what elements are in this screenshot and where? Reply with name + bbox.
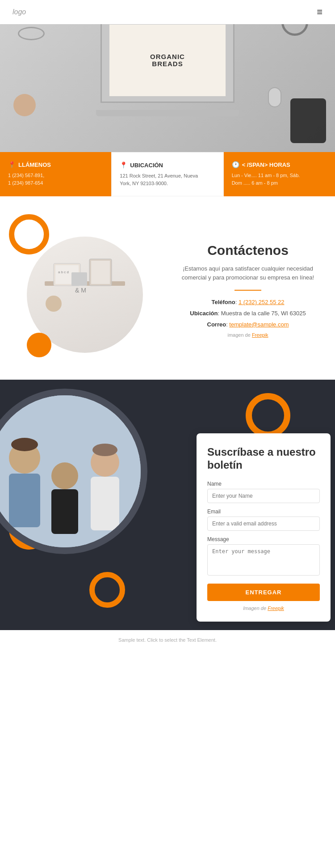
contact-description: ¡Estamos aquí para satisfacer cualquier …: [179, 264, 317, 282]
contact-section: a b c d & M Contáctenos ¡Estamos aquí pa…: [0, 196, 335, 380]
hamburger-menu-icon[interactable]: ≡: [317, 6, 322, 18]
orange-circle-small-decoration: [27, 333, 51, 357]
email-label: Email: [207, 508, 320, 515]
phone-icon: 📍: [8, 161, 16, 168]
info-card-location-title: 📍 UBICACIÓN: [120, 161, 215, 169]
laptop-base: [96, 110, 239, 116]
footer-text: Sample text. Click to select the Text El…: [7, 637, 328, 643]
message-label: Message: [207, 536, 320, 542]
orange-ring-bottom-decoration: [89, 572, 125, 608]
coffee-decoration: [13, 94, 36, 116]
navbar: logo ≡: [0, 0, 335, 24]
logo: logo: [13, 8, 26, 16]
screen-title-line2: BREADS: [152, 60, 183, 68]
contact-title: Contáctenos: [179, 243, 317, 258]
email-input[interactable]: [207, 517, 320, 531]
newsletter-card: Suscríbase a nuestro boletín Name Email …: [197, 433, 331, 622]
info-card-phone: 📍 LLÁMENOS 1 (234) 567-891, 1 (234) 987-…: [0, 152, 111, 196]
contact-phone-link[interactable]: 1 (232) 252 55 22: [239, 299, 285, 305]
contact-credit: imagen de Freepik: [179, 332, 317, 338]
info-cards-row: 📍 LLÁMENOS 1 (234) 567-891, 1 (234) 987-…: [0, 152, 335, 196]
info-card-hours-title: 🕐 < /SPAN> HORAS: [232, 161, 327, 168]
info-card-hours-text: Lun - Vie.... 11 am - 8 pm, Sáb. Dom ...…: [232, 172, 327, 186]
svg-point-18: [92, 444, 117, 456]
laptop-screen: ORGANIC BREADS: [109, 25, 226, 96]
contact-phone: Teléfono: 1 (232) 252 55 22: [179, 299, 317, 305]
submit-button[interactable]: ENTREGAR: [207, 584, 320, 601]
contact-left-column: a b c d & M: [18, 228, 161, 353]
contact-right-column: Contáctenos ¡Estamos aquí para satisface…: [179, 243, 317, 338]
svg-point-13: [51, 462, 78, 489]
info-card-location: 📍 UBICACIÓN 121 Rock Street, 21 Avenue, …: [111, 152, 223, 196]
svg-point-17: [11, 438, 38, 451]
orange-ring-decoration: [9, 214, 49, 254]
mouse-decoration: [268, 87, 281, 107]
svg-rect-5: [91, 261, 110, 284]
newsletter-title: Suscríbase a nuestro boletín: [207, 446, 320, 472]
svg-rect-14: [51, 489, 78, 534]
dark-section: Suscríbase a nuestro boletín Name Email …: [0, 380, 335, 630]
info-card-phone-title: 📍 LLÁMENOS: [8, 161, 103, 168]
svg-rect-6: [71, 272, 87, 286]
message-textarea[interactable]: [207, 544, 320, 576]
footer: Sample text. Click to select the Text El…: [0, 630, 335, 650]
newsletter-credit-link[interactable]: Freepik: [268, 605, 284, 611]
tablet-decoration: [290, 98, 326, 143]
glasses-decoration: [18, 27, 45, 40]
contact-location: Ubicación: Muestra de la calle 75, WI 63…: [179, 310, 317, 317]
contact-credit-link[interactable]: Freepik: [252, 332, 268, 338]
laptop-illustration: ORGANIC BREADS: [96, 18, 239, 116]
info-card-location-text: 121 Rock Street, 21 Avenue, Nueva York, …: [120, 172, 215, 187]
newsletter-credit: Imagen de Freepik: [207, 605, 320, 611]
desk-svg: a b c d & M: [36, 246, 134, 344]
info-card-phone-text: 1 (234) 567-891, 1 (234) 987-654: [8, 172, 103, 186]
svg-text:& M: & M: [75, 287, 86, 294]
laptop-body: ORGANIC BREADS: [100, 18, 234, 103]
svg-rect-12: [9, 474, 40, 527]
name-input[interactable]: [207, 489, 320, 503]
clock-icon: 🕐: [232, 161, 239, 168]
svg-rect-16: [91, 477, 119, 530]
location-icon: 📍: [120, 161, 127, 169]
contact-divider: [234, 290, 261, 291]
contact-email-link[interactable]: template@sample.com: [229, 321, 289, 328]
svg-text:a b c d: a b c d: [58, 270, 69, 274]
orange-ring-top-decoration: [246, 393, 290, 438]
svg-point-7: [46, 296, 62, 312]
name-label: Name: [207, 481, 320, 487]
contact-email: Correo: template@sample.com: [179, 321, 317, 328]
screen-title-line1: ORGANIC: [150, 53, 185, 61]
info-card-hours: 🕐 < /SPAN> HORAS Lun - Vie.... 11 am - 8…: [224, 152, 335, 196]
